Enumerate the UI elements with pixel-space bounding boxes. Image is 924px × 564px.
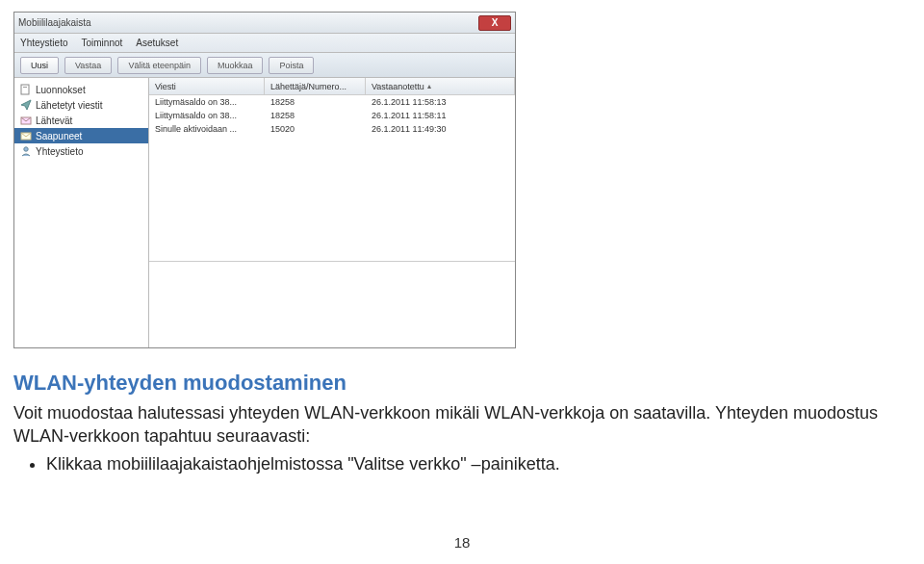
folder-label: Luonnokset xyxy=(36,85,86,95)
paragraph: Voit muodostaa halutessasi yhteyden WLAN… xyxy=(13,401,899,449)
folder-outbox[interactable]: Lähtevät xyxy=(14,113,148,128)
menubar: Yhteystieto Toiminnot Asetukset xyxy=(14,34,515,53)
forward-button[interactable]: Välitä eteenpäin xyxy=(117,57,201,74)
folder-label: Yhteystieto xyxy=(36,146,83,157)
sent-icon xyxy=(20,99,32,111)
contact-icon xyxy=(20,145,32,157)
cell-from: 18258 xyxy=(265,111,366,120)
cell-received: 26.1.2011 11:58:13 xyxy=(366,97,515,107)
list-rows: Liittymäsaldo on 38... 18258 26.1.2011 1… xyxy=(149,95,515,261)
reply-button[interactable]: Vastaa xyxy=(64,57,112,74)
preview-pane xyxy=(149,261,515,347)
table-row[interactable]: Liittymäsaldo on 38... 18258 26.1.2011 1… xyxy=(149,95,515,109)
column-sender[interactable]: Lähettäjä/Numero... xyxy=(265,78,366,94)
folder-contacts[interactable]: Yhteystieto xyxy=(14,143,148,159)
message-list-pane: Viesti Lähettäjä/Numero... Vastaanotettu… xyxy=(149,78,515,347)
folder-label: Saapuneet xyxy=(36,131,82,141)
svg-point-4 xyxy=(24,147,28,151)
bullet-list: Klikkaa mobiililaajakaistaohjelmistossa … xyxy=(13,452,899,475)
outbox-icon xyxy=(20,115,32,126)
cell-received: 26.1.2011 11:49:30 xyxy=(366,124,515,134)
table-row[interactable]: Liittymäsaldo on 38... 18258 26.1.2011 1… xyxy=(149,109,515,122)
cell-received: 26.1.2011 11:58:11 xyxy=(366,111,515,120)
section-heading: WLAN-yhteyden muodostaminen xyxy=(13,371,899,396)
folder-label: Lähetetyt viestit xyxy=(36,100,102,111)
cell-from: 18258 xyxy=(265,97,366,107)
app-window: Mobiililaajakaista X Yhteystieto Toiminn… xyxy=(13,12,516,348)
folder-pane: Luonnokset Lähetetyt viestit Lähtevät Sa… xyxy=(14,78,149,347)
list-header: Viesti Lähettäjä/Numero... Vastaanotettu… xyxy=(149,78,515,95)
cell-subject: Liittymäsaldo on 38... xyxy=(149,97,265,107)
new-button[interactable]: Uusi xyxy=(20,57,59,74)
column-received[interactable]: Vastaanotettu ▴ xyxy=(366,78,515,94)
menu-yhteystieto[interactable]: Yhteystieto xyxy=(20,38,67,48)
table-row[interactable]: Sinulle aktivoidaan ... 15020 26.1.2011 … xyxy=(149,122,515,136)
column-message[interactable]: Viesti xyxy=(149,78,265,94)
list-item: Klikkaa mobiililaajakaistaohjelmistossa … xyxy=(46,452,899,475)
cell-subject: Liittymäsaldo on 38... xyxy=(149,111,265,120)
delete-button[interactable]: Poista xyxy=(269,57,314,74)
draft-icon xyxy=(20,84,32,95)
document-content: WLAN-yhteyden muodostaminen Voit muodost… xyxy=(13,371,899,475)
svg-rect-0 xyxy=(21,85,29,94)
folder-drafts[interactable]: Luonnokset xyxy=(14,82,148,97)
menu-asetukset[interactable]: Asetukset xyxy=(136,38,178,48)
folder-label: Lähtevät xyxy=(36,115,72,126)
window-title: Mobiililaajakaista xyxy=(18,17,91,28)
close-icon: X xyxy=(492,18,499,28)
page-number: 18 xyxy=(0,534,924,551)
inbox-icon xyxy=(20,130,32,141)
folder-inbox[interactable]: Saapuneet xyxy=(14,128,148,143)
toolbar: Uusi Vastaa Välitä eteenpäin Muokkaa Poi… xyxy=(14,53,515,78)
edit-button[interactable]: Muokkaa xyxy=(207,57,264,74)
cell-from: 15020 xyxy=(265,124,366,134)
menu-toiminnot[interactable]: Toiminnot xyxy=(81,38,122,48)
svg-rect-1 xyxy=(23,87,27,88)
titlebar: Mobiililaajakaista X xyxy=(14,13,515,34)
folder-sent[interactable]: Lähetetyt viestit xyxy=(14,97,148,113)
close-button[interactable]: X xyxy=(478,15,511,31)
panes: Luonnokset Lähetetyt viestit Lähtevät Sa… xyxy=(14,78,515,347)
sort-asc-icon: ▴ xyxy=(427,82,431,90)
cell-subject: Sinulle aktivoidaan ... xyxy=(149,124,265,134)
